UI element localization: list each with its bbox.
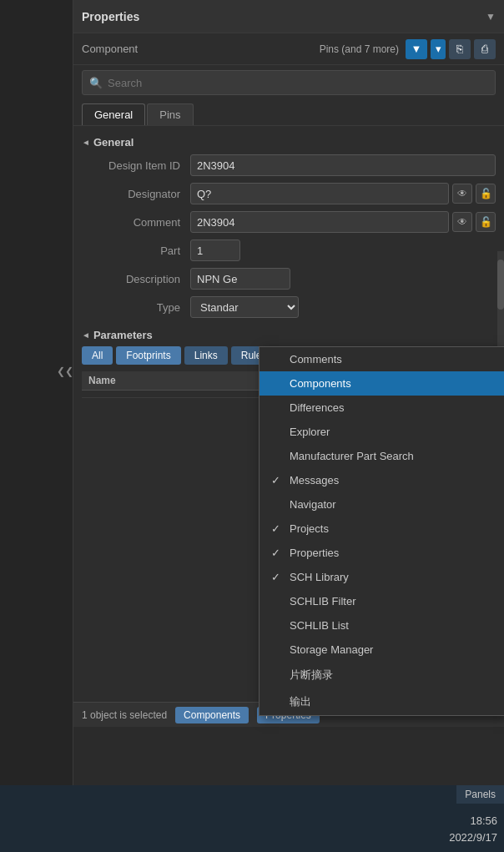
clock-time: 18:56 [449, 813, 497, 829]
menu-item-navigator[interactable]: Navigator [260, 492, 504, 517]
clock-date: 2022/9/17 [449, 829, 497, 846]
comment-row: Comment 👁 🔓 [82, 210, 496, 234]
status-text: 1 object is selected [82, 709, 167, 721]
filter-dropdown-button[interactable]: ▾ [431, 39, 446, 59]
panel-dropdown-icon[interactable]: ▼ [486, 11, 496, 23]
left-sidebar [0, 0, 73, 852]
menu-item-properties[interactable]: ✓Properties [260, 541, 504, 565]
menu-item-comments[interactable]: Comments [260, 347, 504, 371]
menu-item-storage-manager[interactable]: Storage Manager [260, 638, 504, 662]
check-icon: ✓ [271, 547, 280, 559]
designator-input[interactable] [190, 183, 449, 204]
design-item-id-input[interactable] [190, 154, 496, 176]
all-button[interactable]: All [82, 346, 113, 365]
check-icon: ✓ [271, 571, 280, 583]
panels-button[interactable]: Panels [456, 785, 504, 804]
footprints-button[interactable]: Footprints [116, 346, 180, 365]
menu-item-label: 片断摘录 [290, 668, 333, 683]
menu-item-manufacturer-part-search[interactable]: Manufacturer Part Search [260, 444, 504, 468]
pins-badge: Pins (and 7 more) [320, 43, 399, 55]
menu-item-label: Components [290, 377, 351, 390]
designator-eye-icon[interactable]: 👁 [452, 184, 472, 204]
type-row: Type Standar [82, 295, 496, 319]
menu-item-schlib-list[interactable]: SCHLIB List [260, 613, 504, 638]
search-bar: 🔍 [82, 70, 496, 95]
clock-area: 18:56 2022/9/17 [449, 813, 497, 845]
menu-item-label: Manufacturer Part Search [290, 450, 414, 462]
check-icon: ✓ [271, 474, 280, 486]
type-select[interactable]: Standar [190, 296, 299, 318]
scroll-thumb [497, 260, 504, 310]
description-field [190, 268, 496, 290]
tab-pins[interactable]: Pins [147, 103, 193, 125]
comment-label: Comment [82, 216, 190, 229]
component-label: Component [82, 43, 138, 55]
comment-eye-icon[interactable]: 👁 [452, 212, 472, 232]
comment-field: 👁 🔓 [190, 211, 496, 233]
part-input[interactable] [190, 239, 240, 261]
tabs-row: General Pins [73, 100, 504, 126]
filter-button[interactable]: ▼ [406, 39, 427, 59]
parameters-section-header: ◄ Parameters [82, 325, 496, 346]
check-icon: ✓ [271, 522, 280, 535]
menu-item-label: Differences [290, 401, 345, 414]
copy-button[interactable]: ⎘ [449, 39, 471, 59]
comment-input[interactable] [190, 211, 449, 233]
menu-item-label: 输出 [290, 694, 311, 709]
search-icon: 🔍 [89, 77, 103, 89]
menu-item-label: Properties [290, 547, 339, 559]
links-button[interactable]: Links [184, 346, 228, 365]
menu-item-输出[interactable]: 输出 [260, 688, 504, 715]
description-row: Description [82, 267, 496, 290]
components-status-button[interactable]: Components [175, 707, 249, 723]
param-name-cell [82, 391, 254, 398]
collapse-arrow[interactable]: ❮❮ [57, 359, 73, 384]
menu-item-label: SCH Library [290, 571, 349, 583]
menu-item-explorer[interactable]: Explorer [260, 420, 504, 444]
menu-item-label: Projects [290, 522, 329, 535]
menu-item-schlib-filter[interactable]: SCHLIB Filter [260, 589, 504, 613]
panel-header: Properties ▼ [73, 0, 504, 33]
design-item-id-row: Design Item ID [82, 154, 496, 177]
menu-item-projects[interactable]: ✓Projects [260, 517, 504, 541]
designator-label: Designator [82, 188, 190, 200]
designator-row: Designator 👁 🔓 [82, 182, 496, 205]
description-input[interactable] [190, 268, 290, 290]
paste-button[interactable]: ⎙ [474, 39, 496, 59]
dropdown-menu: CommentsComponentsDifferencesExplorerMan… [259, 346, 504, 716]
menu-item-label: Navigator [290, 498, 336, 511]
menu-item-messages[interactable]: ✓Messages [260, 468, 504, 492]
type-label: Type [82, 301, 190, 314]
toolbar-row: Component Pins (and 7 more) ▼ ▾ ⎘ ⎙ [73, 33, 504, 65]
general-section-header: ◄ General [82, 133, 496, 154]
taskbar: Panels 18:56 2022/9/17 [0, 785, 504, 852]
menu-item-components[interactable]: Components [260, 371, 504, 396]
parameters-arrow: ◄ [82, 330, 90, 340]
designator-field: 👁 🔓 [190, 183, 496, 204]
menu-item-label: Explorer [290, 426, 330, 438]
part-label: Part [82, 245, 190, 257]
designator-lock-icon[interactable]: 🔓 [476, 184, 496, 204]
comment-lock-icon[interactable]: 🔓 [476, 212, 496, 232]
menu-item-label: Storage Manager [290, 643, 373, 656]
menu-item-label: Comments [290, 353, 342, 366]
menu-item-sch-library[interactable]: ✓SCH Library [260, 565, 504, 589]
design-item-id-field [190, 154, 496, 176]
tab-general[interactable]: General [82, 103, 145, 125]
menu-item-differences[interactable]: Differences [260, 396, 504, 420]
type-field: Standar [190, 296, 496, 318]
part-field [190, 239, 496, 261]
menu-item-label: SCHLIB Filter [290, 595, 355, 607]
toolbar-right: Pins (and 7 more) ▼ ▾ ⎘ ⎙ [320, 39, 496, 59]
parameters-section-title: Parameters [93, 329, 153, 341]
params-col-name: Name [82, 371, 254, 391]
menu-item-片断摘录[interactable]: 片断摘录 [260, 662, 504, 688]
design-item-id-label: Design Item ID [82, 159, 190, 172]
part-row: Part [82, 239, 496, 262]
search-input[interactable] [108, 77, 488, 89]
menu-item-label: Messages [290, 474, 339, 486]
description-label: Description [82, 273, 190, 285]
menu-item-label: SCHLIB List [290, 619, 349, 632]
panel-header-right: ▼ [486, 11, 496, 23]
panel-title: Properties [82, 10, 139, 23]
